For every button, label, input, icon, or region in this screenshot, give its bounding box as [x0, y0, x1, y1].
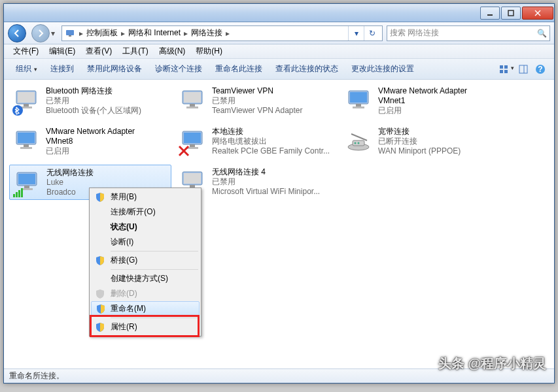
chevron-right-icon: ▸: [183, 29, 189, 38]
connection-local[interactable]: 本地连接网络电缆被拔出Realtek PCIe GBE Family Contr…: [175, 124, 338, 159]
close-button[interactable]: [522, 7, 553, 20]
menu-view[interactable]: 查看(V): [80, 46, 117, 57]
context-status[interactable]: 状态(U): [91, 220, 200, 235]
view-mode-icon[interactable]: [498, 65, 515, 74]
titlebar: [4, 4, 554, 22]
watermark: 头条 @程序小精灵: [438, 355, 546, 372]
item-device: Realtek PCIe GBE Family Contr...: [212, 146, 335, 156]
shield-icon: [95, 192, 105, 203]
breadcrumb[interactable]: 控制面板: [84, 27, 120, 39]
item-status: Luke: [46, 178, 168, 188]
connect-to-button[interactable]: 连接到: [44, 63, 80, 74]
context-disable[interactable]: 禁用(B): [91, 189, 200, 204]
context-bridge[interactable]: 桥接(G): [91, 253, 200, 268]
item-title: 无线网络连接: [46, 168, 168, 178]
connection-vmnet1[interactable]: VMware Network AdapterVMnet1已启用: [341, 84, 504, 119]
toolbar: 组织 连接到 禁用此网络设备 诊断这个连接 重命名此连接 查看此连接的状态 更改…: [4, 59, 554, 80]
adapter-icon: [12, 125, 43, 157]
svg-point-40: [358, 142, 360, 144]
history-dropdown[interactable]: ▾: [51, 29, 59, 38]
menu-advanced[interactable]: 高级(N): [154, 46, 191, 57]
svg-rect-9: [504, 70, 508, 73]
svg-rect-20: [184, 92, 201, 103]
svg-rect-50: [184, 173, 201, 184]
organize-button[interactable]: 组织: [9, 63, 44, 74]
modem-icon: [344, 125, 375, 157]
error-badge-icon: [178, 145, 190, 157]
context-label: 属性(R): [111, 321, 137, 333]
svg-rect-26: [353, 106, 364, 108]
context-label: 状态(U): [111, 221, 137, 233]
address-bar[interactable]: ▸ 控制面板 ▸ 网络和 Internet ▸ 网络连接 ▸ ▾ ↻: [61, 25, 383, 41]
connection-vmnet8[interactable]: VMware Network AdapterVMnet8已启用: [9, 124, 171, 159]
refresh-icon[interactable]: ↻: [364, 26, 379, 41]
item-status: 已禁用: [212, 96, 335, 106]
minimize-button[interactable]: [480, 7, 500, 20]
item-title: 无线网络连接 4: [212, 167, 335, 177]
dropdown-icon[interactable]: ▾: [348, 26, 364, 41]
status-text: 重命名所连接。: [9, 370, 64, 382]
preview-pane-icon[interactable]: [515, 65, 532, 74]
svg-rect-8: [500, 70, 503, 73]
context-label: 诊断(I): [111, 237, 133, 248]
context-connect[interactable]: 连接/断开(O): [91, 204, 200, 220]
context-diagnose[interactable]: 诊断(I): [91, 235, 200, 250]
connection-teamviewer[interactable]: TeamViewer VPN已禁用TeamViewer VPN Adapter: [175, 84, 338, 119]
item-device: TeamViewer VPN Adapter: [212, 106, 335, 116]
svg-rect-16: [24, 104, 29, 106]
rename-button[interactable]: 重命名此连接: [209, 63, 269, 74]
menu-file[interactable]: 文件(F): [8, 46, 44, 57]
bluetooth-badge-icon: [12, 105, 24, 116]
breadcrumb[interactable]: 网络连接: [189, 27, 224, 39]
item-title: 宽带连接: [378, 127, 501, 137]
shield-icon: [96, 304, 106, 314]
diagnose-button[interactable]: 诊断这个连接: [148, 63, 209, 74]
connection-bluetooth[interactable]: Bluetooth 网络连接已禁用Bluetooth 设备(个人区域网): [9, 84, 171, 119]
menu-edit[interactable]: 编辑(E): [44, 46, 80, 57]
view-status-button[interactable]: 查看此连接的状态: [269, 63, 345, 74]
change-settings-button[interactable]: 更改此连接的设置: [345, 63, 421, 74]
chevron-right-icon: ▸: [78, 29, 84, 38]
menu-tools[interactable]: 工具(T): [117, 46, 153, 57]
connection-broadband[interactable]: 宽带连接已断开连接WAN Miniport (PPPOE): [341, 124, 504, 159]
svg-rect-28: [18, 133, 35, 143]
menu-help[interactable]: 帮助(H): [190, 46, 228, 57]
shield-icon: [95, 289, 105, 299]
item-title: VMware Network Adapter: [378, 86, 501, 96]
item-title2: VMnet8: [46, 137, 169, 146]
breadcrumb[interactable]: 网络和 Internet: [126, 27, 183, 39]
svg-rect-33: [190, 144, 195, 147]
disable-device-button[interactable]: 禁用此网络设备: [80, 63, 148, 74]
chevron-right-icon: ▸: [224, 29, 231, 38]
svg-rect-45: [13, 194, 15, 197]
context-label: 桥接(G): [111, 255, 137, 266]
context-label: 禁用(B): [111, 191, 137, 203]
adapter-icon: [178, 85, 209, 116]
svg-rect-48: [21, 188, 23, 197]
adapter-icon: [12, 85, 43, 116]
separator: [111, 318, 198, 318]
explorer-window: ▾ ▸ 控制面板 ▸ 网络和 Internet ▸ 网络连接 ▸ ▾ ↻ 搜索 …: [3, 3, 555, 384]
maximize-button[interactable]: [501, 7, 521, 20]
search-placeholder: 搜索 网络连接: [390, 27, 439, 39]
svg-rect-46: [16, 192, 18, 197]
context-shortcut[interactable]: 创建快捷方式(S): [91, 271, 200, 286]
context-properties[interactable]: 属性(R): [91, 319, 200, 335]
adapter-icon: [12, 167, 44, 198]
chevron-right-icon: ▸: [120, 29, 126, 38]
svg-rect-5: [69, 35, 71, 37]
context-rename[interactable]: 重命名(M): [91, 301, 200, 316]
item-status: 已启用: [46, 146, 169, 156]
forward-button[interactable]: [31, 24, 50, 42]
back-button[interactable]: [8, 24, 26, 42]
svg-rect-21: [190, 104, 195, 106]
svg-rect-43: [24, 186, 29, 188]
svg-rect-15: [18, 92, 35, 103]
item-status: 已禁用: [212, 177, 335, 187]
item-device: Bluetooth 设备(个人区域网): [46, 106, 169, 116]
help-icon[interactable]: ?: [532, 64, 549, 74]
network-icon: [65, 28, 75, 39]
search-input[interactable]: 搜索 网络连接 🔍: [387, 25, 550, 41]
svg-point-39: [355, 142, 357, 144]
content-area: Bluetooth 网络连接已禁用Bluetooth 设备(个人区域网) Tea…: [4, 80, 554, 368]
